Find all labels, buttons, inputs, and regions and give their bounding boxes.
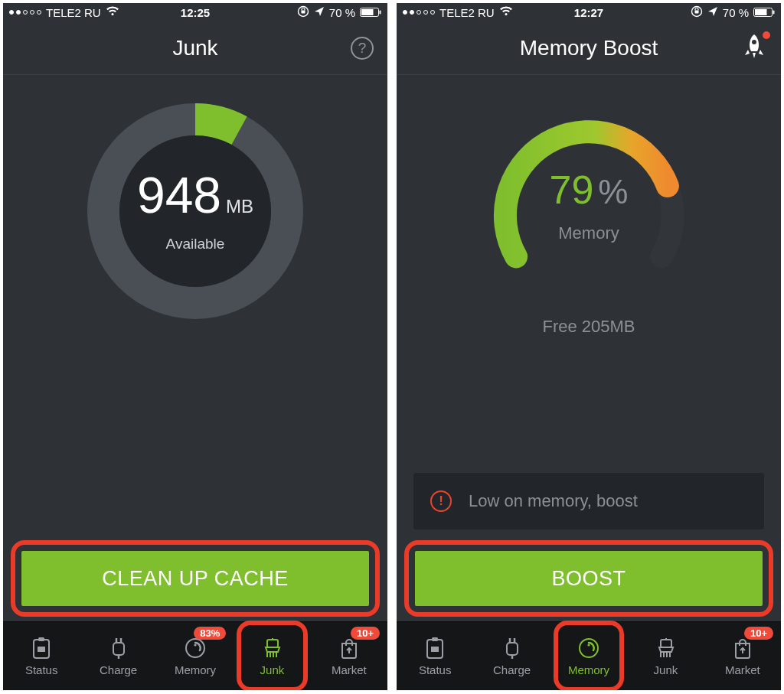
- boost-button[interactable]: BOOST: [415, 551, 763, 606]
- tab-label: Charge: [493, 663, 531, 676]
- tab-label: Charge: [100, 663, 137, 676]
- wifi-icon: [106, 6, 119, 19]
- battery-pct: 70 %: [329, 6, 355, 19]
- tab-memory[interactable]: 83% Memory: [157, 622, 234, 690]
- help-icon[interactable]: ?: [351, 37, 374, 60]
- location-icon: [314, 6, 325, 19]
- svg-rect-20: [694, 10, 698, 13]
- location-icon: [707, 6, 718, 19]
- statusbar-time: 12:25: [181, 6, 210, 19]
- tab-market[interactable]: 10+ Market: [311, 622, 387, 690]
- orientation-lock-icon: [297, 5, 309, 20]
- tab-label: Status: [419, 663, 452, 676]
- warning-text: Low on memory, boost: [469, 491, 638, 511]
- tab-label: Junk: [654, 663, 678, 676]
- junk-icon: [260, 636, 284, 660]
- memory-free-text: Free 205MB: [542, 317, 635, 337]
- charge-icon: [500, 636, 524, 660]
- battery-icon: [360, 6, 381, 19]
- wifi-icon: [499, 6, 513, 19]
- svg-point-15: [186, 639, 204, 657]
- header: Junk ?: [3, 21, 387, 75]
- junk-icon: [653, 636, 678, 660]
- tab-label: Market: [332, 663, 367, 676]
- svg-point-24: [752, 40, 756, 44]
- orientation-lock-icon: [691, 5, 703, 20]
- status-icon: [423, 636, 447, 660]
- tab-charge[interactable]: Charge: [80, 622, 156, 690]
- tab-badge: 10+: [744, 627, 773, 640]
- tab-memory[interactable]: Memory: [550, 622, 627, 690]
- battery-icon: [753, 6, 775, 19]
- phone-memory: TELE2 RU 12:27 70 % Memory Boost: [397, 3, 781, 690]
- svg-rect-28: [507, 643, 518, 655]
- statusbar: TELE2 RU 12:25 70 %: [3, 3, 387, 21]
- svg-rect-23: [773, 10, 775, 14]
- carrier-label: TELE2 RU: [46, 6, 101, 19]
- tab-label: Status: [25, 663, 58, 676]
- tab-label: Memory: [568, 663, 609, 676]
- status-icon: [29, 636, 54, 660]
- svg-rect-4: [380, 10, 381, 14]
- tab-junk[interactable]: Junk: [234, 622, 310, 690]
- svg-point-33: [587, 643, 590, 646]
- memory-gauge: 79 % Memory: [474, 98, 704, 297]
- svg-rect-34: [661, 640, 671, 647]
- rocket-button[interactable]: [741, 33, 767, 64]
- memory-pct-value: 79: [550, 167, 594, 213]
- svg-rect-26: [432, 637, 438, 641]
- charge-icon: [106, 636, 131, 660]
- notification-dot-icon: [763, 31, 770, 39]
- statusbar-time: 12:27: [574, 6, 603, 19]
- tab-label: Junk: [260, 663, 285, 676]
- tabbar: Status Charge Memory Junk 10+ M: [397, 621, 781, 690]
- warning-banner: ! Low on memory, boost: [413, 473, 764, 529]
- svg-rect-3: [361, 9, 374, 15]
- tab-junk[interactable]: Junk: [627, 622, 704, 690]
- page-title: Memory Boost: [520, 36, 658, 60]
- svg-rect-11: [113, 643, 124, 655]
- svg-rect-9: [38, 637, 44, 641]
- svg-point-16: [194, 643, 196, 646]
- tab-label: Memory: [175, 663, 216, 676]
- cta-highlight: BOOST: [404, 540, 773, 617]
- tab-status[interactable]: Status: [3, 622, 80, 690]
- svg-rect-27: [431, 647, 439, 652]
- tab-status[interactable]: Status: [397, 622, 473, 690]
- svg-rect-22: [755, 9, 767, 15]
- carrier-label: TELE2 RU: [439, 6, 495, 19]
- main-memory: 79 % Memory Free 205MB ! Low on memory, …: [397, 75, 781, 621]
- svg-rect-17: [267, 640, 278, 647]
- phone-junk: TELE2 RU 12:25 70 % Junk ?: [3, 3, 387, 690]
- tab-badge: 83%: [194, 627, 226, 640]
- memory-label: Memory: [558, 223, 619, 243]
- statusbar: TELE2 RU 12:27 70 %: [397, 3, 781, 21]
- signal-dots-icon: [9, 10, 41, 15]
- svg-rect-1: [301, 10, 305, 13]
- tab-label: Market: [725, 663, 760, 676]
- clean-up-cache-button[interactable]: CLEAN UP CACHE: [21, 551, 369, 606]
- svg-point-32: [580, 639, 598, 657]
- tab-market[interactable]: 10+ Market: [704, 622, 781, 690]
- tabbar: Status Charge 83% Memory Junk 10+: [3, 621, 387, 690]
- header: Memory Boost: [397, 21, 781, 75]
- junk-value: 948: [137, 167, 221, 223]
- junk-unit: MB: [226, 196, 253, 217]
- tab-badge: 10+: [351, 627, 380, 640]
- cta-highlight: CLEAN UP CACHE: [11, 540, 380, 617]
- memory-icon: [577, 636, 601, 660]
- main-junk: 948MB Available CLEAN UP CACHE: [3, 75, 387, 621]
- page-title: Junk: [172, 36, 217, 60]
- signal-dots-icon: [403, 10, 435, 15]
- tab-charge[interactable]: Charge: [473, 622, 550, 690]
- svg-rect-10: [38, 647, 45, 652]
- memory-pct-sign: %: [598, 173, 628, 211]
- junk-dial: 948MB Available: [80, 96, 310, 326]
- battery-pct: 70 %: [723, 6, 749, 19]
- junk-available-label: Available: [166, 236, 225, 253]
- warning-icon: !: [430, 490, 452, 512]
